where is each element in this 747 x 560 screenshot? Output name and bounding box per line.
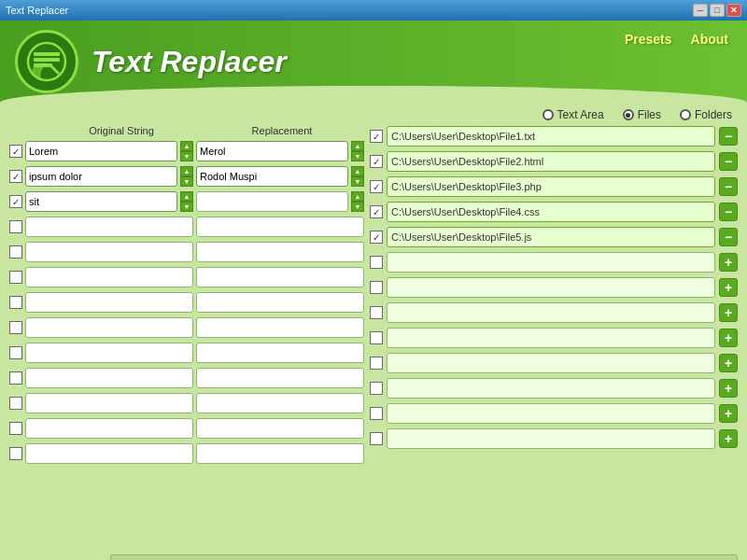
file-checked-checkbox[interactable] xyxy=(370,407,383,420)
row-checked-checkbox[interactable] xyxy=(9,145,22,158)
replacement-string-input[interactable] xyxy=(196,368,364,388)
replacement-string-input[interactable] xyxy=(196,166,348,187)
spin-up-button[interactable]: ▲ xyxy=(180,191,193,202)
file-checked-checkbox[interactable] xyxy=(370,231,383,244)
file-checked-checkbox[interactable] xyxy=(370,130,383,143)
spin-up-button-2[interactable]: ▲ xyxy=(351,166,364,176)
row-checked-checkbox[interactable] xyxy=(9,170,22,183)
add-file-button[interactable]: + xyxy=(719,253,738,272)
remove-file-button[interactable]: − xyxy=(719,152,738,171)
file-checked-checkbox[interactable] xyxy=(370,331,383,344)
row-checked-checkbox[interactable] xyxy=(9,245,22,259)
file-checked-checkbox[interactable] xyxy=(370,357,383,370)
file-checked-checkbox[interactable] xyxy=(370,306,383,319)
presets-nav[interactable]: Presets xyxy=(625,32,672,47)
row-checked-checkbox[interactable] xyxy=(9,220,22,233)
spin-up-button[interactable]: ▲ xyxy=(180,141,193,151)
file-path-input[interactable] xyxy=(387,428,715,449)
file-checked-checkbox[interactable] xyxy=(370,155,383,168)
file-path-input[interactable] xyxy=(387,353,715,373)
file-checked-checkbox[interactable] xyxy=(370,180,383,193)
file-checked-checkbox[interactable] xyxy=(370,382,383,395)
close-button[interactable]: ✕ xyxy=(726,4,741,17)
replace-button[interactable]: Replace xyxy=(110,554,738,560)
row-checked-checkbox[interactable] xyxy=(9,397,22,410)
original-string-input[interactable] xyxy=(25,166,177,187)
row-checked-checkbox[interactable] xyxy=(9,371,22,385)
spin-down-button-2[interactable]: ▼ xyxy=(351,176,364,187)
row-checked-checkbox[interactable] xyxy=(9,271,22,284)
file-checked-checkbox[interactable] xyxy=(370,205,383,218)
original-string-input[interactable] xyxy=(25,418,193,439)
row-checked-checkbox[interactable] xyxy=(9,346,22,359)
replacement-string-input[interactable] xyxy=(196,292,364,313)
remove-file-button[interactable]: − xyxy=(719,203,738,221)
folders-radio[interactable] xyxy=(680,109,691,120)
spin-down-button-2[interactable]: ▼ xyxy=(351,202,364,212)
add-file-button[interactable]: + xyxy=(719,404,738,423)
spin-down-button[interactable]: ▼ xyxy=(180,176,193,187)
replacement-string-input[interactable] xyxy=(196,393,364,413)
file-path-input[interactable] xyxy=(387,378,715,399)
original-string-input[interactable] xyxy=(25,292,193,313)
add-file-button[interactable]: + xyxy=(719,278,738,297)
file-checked-checkbox[interactable] xyxy=(370,432,383,445)
file-path-input[interactable] xyxy=(387,176,715,197)
replacement-string-input[interactable] xyxy=(196,343,364,363)
replacement-string-input[interactable] xyxy=(196,267,364,287)
minimize-button[interactable]: ─ xyxy=(693,4,708,17)
original-string-input[interactable] xyxy=(25,242,193,262)
replacement-string-input[interactable] xyxy=(196,242,364,262)
original-string-input[interactable] xyxy=(25,217,193,237)
file-path-input[interactable] xyxy=(387,252,715,273)
replacement-string-input[interactable] xyxy=(196,317,364,338)
replacement-string-input[interactable] xyxy=(196,191,348,212)
file-path-input[interactable] xyxy=(387,151,715,172)
add-file-button[interactable]: + xyxy=(719,329,738,347)
add-file-button[interactable]: + xyxy=(719,379,738,398)
add-file-button[interactable]: + xyxy=(719,429,738,448)
row-checked-checkbox[interactable] xyxy=(9,447,22,460)
file-path-input[interactable] xyxy=(387,277,715,298)
tab-folders[interactable]: Folders xyxy=(680,108,732,121)
add-file-button[interactable]: + xyxy=(719,354,738,372)
original-string-input[interactable] xyxy=(25,317,193,338)
remove-file-button[interactable]: − xyxy=(719,177,738,196)
spin-down-button[interactable]: ▼ xyxy=(180,202,193,212)
row-checked-checkbox[interactable] xyxy=(9,422,22,435)
row-checked-checkbox[interactable] xyxy=(9,321,22,334)
replacement-string-input[interactable] xyxy=(196,443,364,464)
files-radio[interactable] xyxy=(623,109,634,120)
spin-up-button-2[interactable]: ▲ xyxy=(351,191,364,202)
add-file-button[interactable]: + xyxy=(719,303,738,322)
file-path-input[interactable] xyxy=(387,403,715,424)
original-string-input[interactable] xyxy=(25,368,193,388)
maximize-button[interactable]: □ xyxy=(710,4,725,17)
spin-down-button[interactable]: ▼ xyxy=(180,151,193,161)
file-checked-checkbox[interactable] xyxy=(370,281,383,294)
file-path-input[interactable] xyxy=(387,126,715,147)
original-string-input[interactable] xyxy=(25,267,193,287)
text-area-radio[interactable] xyxy=(543,109,554,120)
spin-up-button-2[interactable]: ▲ xyxy=(351,141,364,151)
original-string-input[interactable] xyxy=(25,443,193,464)
file-path-input[interactable] xyxy=(387,227,715,247)
remove-file-button[interactable]: − xyxy=(719,228,738,246)
original-string-input[interactable] xyxy=(25,393,193,413)
about-nav[interactable]: About xyxy=(691,32,728,47)
replacement-string-input[interactable] xyxy=(196,418,364,439)
replacement-string-input[interactable] xyxy=(196,217,364,237)
file-path-input[interactable] xyxy=(387,202,715,222)
file-path-input[interactable] xyxy=(387,302,715,323)
tab-files[interactable]: Files xyxy=(623,108,661,121)
row-checked-checkbox[interactable] xyxy=(9,195,22,208)
file-path-input[interactable] xyxy=(387,328,715,348)
original-string-input[interactable] xyxy=(25,141,177,161)
remove-file-button[interactable]: − xyxy=(719,127,738,146)
original-string-input[interactable] xyxy=(25,343,193,363)
row-checked-checkbox[interactable] xyxy=(9,296,22,309)
tab-text-area[interactable]: Text Area xyxy=(543,108,604,121)
file-checked-checkbox[interactable] xyxy=(370,256,383,269)
spin-down-button-2[interactable]: ▼ xyxy=(351,151,364,161)
replacement-string-input[interactable] xyxy=(196,141,348,161)
